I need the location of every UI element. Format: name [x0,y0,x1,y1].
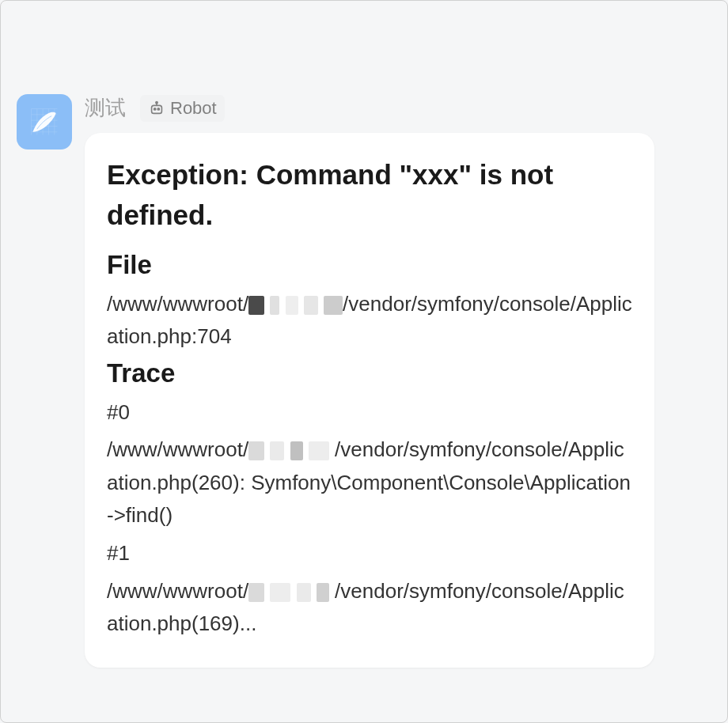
redacted-segment [270,583,290,602]
robot-tag: Robot [140,95,225,122]
svg-rect-1 [152,105,162,113]
sender-name: 测试 [85,94,126,122]
robot-tag-label: Robot [170,98,217,119]
exception-card: Exception: Command "xxx" is not defined.… [85,133,654,668]
message-content: 测试 Robot Exception: Command "xxx" is not… [85,94,711,668]
redacted-segment [297,583,311,602]
avatar [17,94,72,150]
redacted-segment [248,583,264,602]
trace-frame-path: /www/wwwroot/ /vendor/symfony/console/Ap… [107,433,632,532]
wing-icon [27,104,62,139]
exception-title: Exception: Command "xxx" is not defined. [107,155,632,236]
redacted-segment [248,296,264,315]
message-header: 测试 Robot [85,94,711,122]
robot-icon [148,100,165,117]
redacted-segment [317,583,329,602]
trace-heading: Trace [107,358,632,388]
redacted-segment [309,441,329,460]
svg-point-2 [154,108,156,109]
trace-path-pre: /www/wwwroot/ [107,579,248,603]
redacted-segment [270,441,284,460]
redacted-segment [270,296,279,315]
trace-frame-number: #0 [107,396,632,430]
trace-frame-number: #1 [107,537,632,570]
redacted-segment [248,441,264,460]
trace-path-pre: /www/wwwroot/ [107,437,248,461]
svg-point-3 [157,108,159,109]
trace-frame-path: /www/wwwroot/ /vendor/symfony/console/Ap… [107,575,632,641]
trace-block: #0 /www/wwwroot/ /vendor/symfony/console… [107,396,632,641]
svg-point-5 [156,101,157,103]
redacted-segment [324,296,343,315]
redacted-segment [304,296,318,315]
message-container: 测试 Robot Exception: Command "xxx" is not… [1,1,727,683]
file-path: /www/wwwroot/ /vendor/symfony/console/Ap… [107,288,632,354]
file-path-pre: /www/wwwroot/ [107,292,248,316]
redacted-segment [290,441,303,460]
redacted-segment [286,296,298,315]
file-heading: File [107,250,632,280]
